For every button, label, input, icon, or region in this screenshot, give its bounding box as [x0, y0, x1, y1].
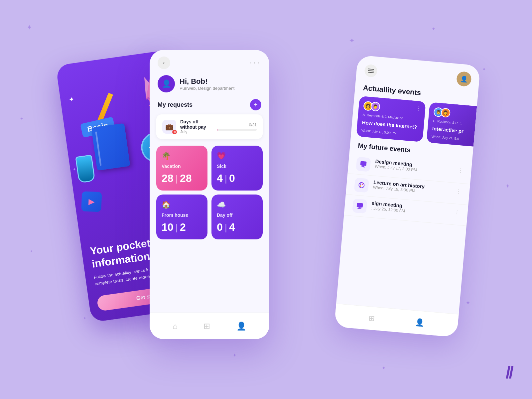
request-tiles-grid: 🌴 Vacation 28 | 28 💗 Sick 4 | 0: [150, 144, 269, 241]
request-icon: 💼 ✕: [162, 120, 176, 134]
request-period: July: [180, 130, 213, 134]
sick-num1: 4: [217, 172, 223, 185]
request-info: Days off without pay July: [180, 119, 213, 134]
request-name: Days off without pay: [180, 119, 213, 130]
nav-profile-button[interactable]: 👤: [236, 322, 246, 331]
nav-grid-button[interactable]: ⊞: [203, 322, 210, 331]
rc-nav-grid-button[interactable]: ⊞: [368, 314, 375, 323]
days-off-request-card[interactable]: 💼 ✕ Days off without pay July 0/31: [156, 114, 263, 139]
requests-title: My requests: [158, 101, 193, 108]
add-request-button[interactable]: +: [250, 99, 261, 110]
back-icon: ‹: [163, 60, 165, 66]
fromhouse-num2: 2: [180, 221, 186, 233]
palette-icon: [357, 181, 365, 189]
vacation-tile[interactable]: 🌴 Vacation 28 | 28: [156, 146, 207, 191]
dayoff-numbers: 0 | 4: [217, 221, 257, 233]
rc-bottom-navigation: ⊞ 👤: [334, 304, 459, 337]
menu-line-2: [368, 70, 374, 71]
menu-line-1: [368, 68, 374, 70]
book-decoration: [91, 123, 130, 171]
nav-home-button[interactable]: ⌂: [173, 322, 178, 331]
menu-line-3: [368, 72, 374, 73]
future-icon-2: [354, 178, 369, 193]
vacation-num2: 28: [180, 172, 192, 185]
vacation-sep: |: [176, 173, 178, 184]
future-info-2: Lecture on art history When: July 19, 3:…: [373, 179, 452, 196]
dayoff-num1: 0: [217, 221, 223, 233]
department-text: Purrweb, Design department: [180, 86, 234, 91]
user-info: Hi, Bob! Purrweb, Design department: [180, 77, 234, 91]
mc-header: ‹ ● ● ●: [150, 50, 269, 72]
sick-numbers: 4 | 0: [217, 172, 257, 185]
requests-section-header: My requests +: [150, 98, 269, 114]
vacation-numbers: 28 | 28: [162, 172, 202, 185]
future-more-3[interactable]: ⋮: [454, 207, 460, 215]
progress-bar: [217, 129, 257, 131]
sick-sep: |: [225, 173, 227, 184]
flask-decoration: [75, 155, 95, 183]
dayoff-label: Day off: [217, 212, 257, 218]
vacation-icon: 🌴: [162, 152, 202, 160]
svg-point-5: [359, 182, 364, 188]
greeting-text: Hi, Bob!: [180, 77, 234, 86]
profile-section: 👤 Hi, Bob! Purrweb, Design department: [150, 72, 269, 98]
dayoff-num2: 4: [229, 221, 235, 233]
fromhouse-label: From house: [162, 212, 202, 218]
event-more-button-1[interactable]: ⋮: [416, 105, 422, 111]
event-card-1[interactable]: 👩 👨 ⋮ A. Reynolds & J. Madysson How does…: [356, 96, 426, 142]
future-more-1[interactable]: ⋮: [458, 166, 464, 174]
brand-logo: //: [506, 362, 512, 382]
right-phone-card: 👤 Actuallity events 👩 👨 ⋮ A. Reynolds & …: [334, 55, 480, 337]
vacation-label: Vacation: [162, 164, 202, 169]
event-names-2: G. Robinson & R. L.: [433, 119, 477, 126]
monitor-icon-2: [356, 202, 364, 210]
bottom-navigation: ⌂ ⊞ 👤: [150, 313, 269, 339]
dayoff-icon: ☁️: [217, 200, 257, 209]
event-title-2: Interactive pr: [432, 125, 476, 136]
event-avatars-2: 👨 👩: [433, 107, 477, 120]
avatar: 👤: [158, 75, 175, 92]
event-avatar-1b: 👨: [370, 101, 380, 111]
future-info-3: sign meeting : July 25, 12:00 AM: [371, 200, 450, 217]
fromhouse-num1: 10: [162, 221, 174, 233]
dayoff-sep: |: [225, 222, 227, 233]
dayoff-tile[interactable]: ☁️ Day off 0 | 4: [211, 195, 263, 239]
sick-tile[interactable]: 💗 Sick 4 | 0: [211, 146, 263, 191]
vacation-num1: 28: [162, 172, 174, 185]
sick-icon: 💗: [217, 152, 257, 160]
future-more-2[interactable]: ⋮: [456, 186, 462, 194]
middle-phone-card: ‹ ● ● ● 👤 Hi, Bob! Purrweb, Design depar…: [150, 50, 269, 339]
future-icon-1: [356, 157, 371, 172]
sick-label: Sick: [217, 164, 257, 169]
svg-rect-9: [357, 202, 363, 207]
svg-point-8: [360, 185, 361, 187]
star-left-card: ✦: [68, 95, 75, 104]
event-card-2[interactable]: 👨 👩 G. Robinson & R. L. Interactive pr W…: [426, 102, 477, 147]
error-badge: ✕: [172, 130, 177, 134]
svg-rect-3: [362, 165, 364, 167]
more-options-button[interactable]: ● ● ●: [249, 57, 261, 69]
avatar-icon: 👤: [162, 79, 171, 88]
diamond-decoration: [81, 191, 102, 212]
progress-bar-fill: [217, 129, 217, 131]
event-avatar-2b: 👩: [441, 108, 451, 118]
fromhouse-numbers: 10 | 2: [162, 221, 202, 233]
future-info-1: Design meeting When: July 17, 2:00 PM: [375, 158, 454, 175]
fromhouse-tile[interactable]: 🏠 From house 10 | 2: [156, 195, 207, 239]
progress-label: 0/31: [217, 123, 257, 127]
user-avatar-right: 👤: [456, 71, 472, 87]
svg-rect-10: [358, 207, 360, 208]
menu-button[interactable]: [364, 64, 378, 77]
future-icon-3: [352, 198, 367, 213]
event-when-2: When: July 21, 5:0: [432, 134, 475, 142]
fromhouse-sep: |: [176, 222, 178, 233]
briefcase-icon: 💼: [165, 123, 174, 131]
back-button[interactable]: ‹: [158, 57, 170, 69]
svg-rect-2: [360, 161, 367, 166]
event-avatars-1: 👩 👨: [363, 101, 421, 115]
star-left-card3: ✦: [72, 167, 76, 172]
dots-icon: ● ● ●: [250, 62, 260, 64]
rc-nav-profile-button[interactable]: 👤: [415, 318, 425, 327]
phones-container: Basic ✕ ✦ ✦ ✦ ● Your pocket information …: [83, 50, 449, 349]
sick-num2: 0: [229, 172, 235, 185]
